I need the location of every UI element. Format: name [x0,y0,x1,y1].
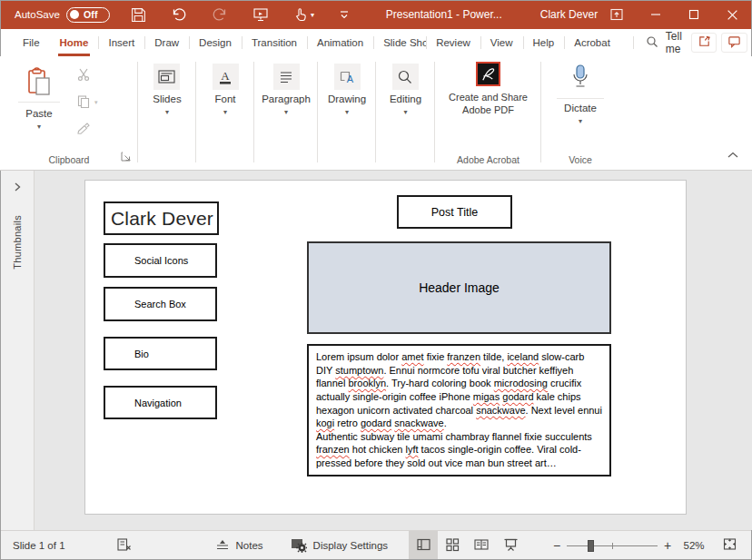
fit-slide-to-window-button[interactable] [717,531,741,560]
tab-design[interactable]: Design [189,29,242,56]
redo-icon [212,6,228,23]
copy-caret-icon: ▾ [94,99,98,106]
post-title-box[interactable]: Post Title [397,195,512,229]
close-icon [727,9,738,21]
maximize-button[interactable] [675,0,713,29]
paragraph-group-button[interactable]: Paragraph ▾ [252,64,320,116]
name-text-box[interactable]: Clark Dever [104,201,219,235]
zoom-slider-thumb[interactable] [588,540,594,552]
body-text-paragraph: Authentic subway tile umami chambray fla… [316,430,602,470]
tab-transition[interactable]: Transition [242,29,307,56]
drawing-group-button[interactable]: A Drawing ▾ [319,64,375,116]
notes-button[interactable]: Notes [215,531,263,560]
adobe-acrobat-group-label: Adobe Acrobat [435,154,541,165]
slides-group-button[interactable]: Slides ▾ [143,64,190,116]
chevron-right-icon [13,182,22,195]
reading-view-button[interactable] [467,531,496,560]
slide-sorter-view-button[interactable] [438,531,467,560]
search-box-placeholder[interactable]: Search Box [104,287,217,321]
zoom-slider-center-tick [612,543,613,549]
autosave-control: AutoSave Off [0,7,110,23]
header-image-box[interactable]: Header Image [307,241,611,334]
fit-to-window-icon [722,536,737,555]
slide-show-icon [503,537,519,555]
start-slideshow-button[interactable] [242,0,278,29]
tab-review[interactable]: Review [426,29,480,56]
ribbon: Paste ▾ ▾ Clipboard [0,56,752,171]
title-bar: AutoSave Off ▾ Presentation1 - Power... … [0,0,752,29]
social-icons-box[interactable]: Social Icons [104,243,217,278]
zoom-in-button[interactable]: + [659,538,676,553]
comments-button[interactable] [721,33,747,53]
tab-view[interactable]: View [480,29,523,56]
paste-button[interactable]: Paste ▾ [18,64,60,131]
tab-slide-show[interactable]: Slide Show [373,29,426,56]
reading-view-icon [473,537,490,555]
touch-mode-icon [292,6,309,23]
ribbon-tab-row: File Home Insert Draw Design Transition … [0,29,752,56]
slide-indicator: Slide 1 of 1 [13,531,65,560]
paragraph-icon [273,64,300,90]
font-icon: A [213,64,239,90]
slide-show-view-button[interactable] [496,531,525,560]
font-group: A Font ▾ [196,56,254,170]
autosave-toggle[interactable]: Off [66,7,110,23]
slide-canvas[interactable]: Clark Dever Social Icons Search Box Bio … [84,180,687,515]
zoom-out-button[interactable]: − [549,538,565,553]
tab-animation[interactable]: Animation [307,29,373,56]
editing-group-button[interactable]: Editing ▾ [381,64,430,116]
save-button[interactable] [121,0,156,29]
search-icon [646,35,658,51]
format-painter-button[interactable] [76,122,98,138]
clipboard-small-buttons: ▾ [76,67,98,138]
tab-file[interactable]: File [13,29,50,56]
navigation-box[interactable]: Navigation [104,386,217,419]
dictate-button[interactable]: Dictate ▾ [553,64,608,125]
collapse-ribbon-button[interactable] [727,149,739,162]
signed-in-user[interactable]: Clark Dever [540,8,598,21]
format-painter-icon [76,122,91,139]
font-group-label: Font [214,93,235,104]
voice-group: Dictate ▾ Voice [541,56,619,170]
tab-acrobat[interactable]: Acrobat [564,29,620,56]
autosave-state: Off [84,9,98,20]
display-settings-button[interactable]: Display Settings [291,531,388,560]
body-text-box[interactable]: Lorem ipsum dolor amet fixie franzen til… [307,344,611,476]
normal-view-icon [416,537,431,555]
display-settings-label: Display Settings [313,540,388,551]
tell-me-search[interactable]: Tell me [633,29,691,56]
dictate-split-divider [557,98,604,99]
create-share-adobe-pdf-button[interactable]: Create and Share Adobe PDF [438,62,539,117]
create-share-adobe-pdf-label: Create and Share Adobe PDF [438,91,539,117]
cut-button[interactable] [76,67,98,84]
spell-check-button[interactable] [116,531,132,560]
close-button[interactable] [714,0,752,29]
zoom-slider[interactable] [567,539,658,552]
slide-workspace: Clark Dever Social Icons Search Box Bio … [35,171,752,530]
ribbon-display-options-button[interactable] [598,0,636,29]
voice-group-label: Voice [541,154,619,165]
font-group-button[interactable]: A Font ▾ [203,64,248,116]
copy-button[interactable]: ▾ [76,94,98,111]
minimize-button[interactable] [637,0,675,29]
tab-draw[interactable]: Draw [144,29,189,56]
share-button[interactable] [691,33,717,53]
zoom-level[interactable]: 52% [676,540,712,551]
bio-box[interactable]: Bio [104,337,217,370]
svg-text:A: A [346,74,353,84]
drawing-icon: A [334,64,361,90]
tab-help[interactable]: Help [523,29,565,56]
expand-thumbnails-button[interactable] [13,182,22,195]
redo-button[interactable] [202,0,237,29]
dictate-caret-icon: ▾ [579,117,582,125]
slide-sorter-icon [445,537,460,555]
touch-mode-caret-icon: ▾ [311,11,314,19]
normal-view-button[interactable] [409,531,438,560]
touch-mouse-mode-button[interactable]: ▾ [282,0,325,29]
tab-home[interactable]: Home [50,29,99,56]
customize-quick-access-toolbar-button[interactable] [327,0,362,29]
minimize-icon [650,9,661,20]
undo-button[interactable] [162,0,197,29]
paragraph-group-label: Paragraph [262,93,311,104]
tab-insert[interactable]: Insert [98,29,144,56]
